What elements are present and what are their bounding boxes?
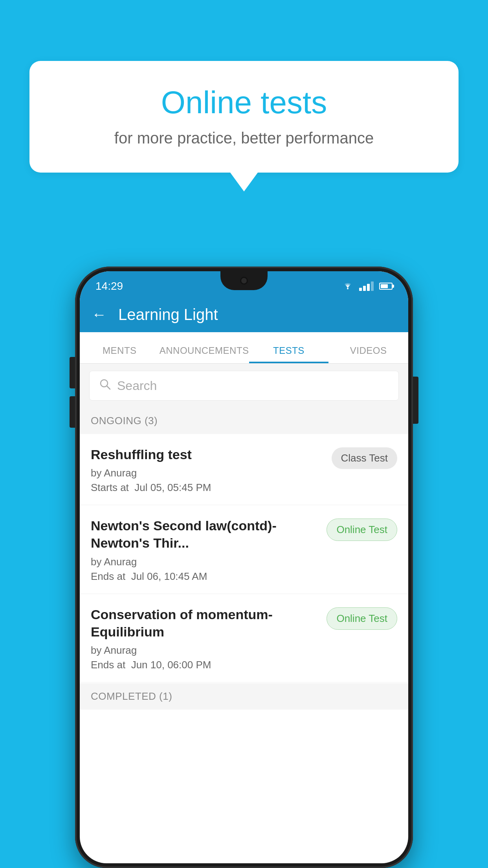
app-header: ← Learning Light: [80, 297, 408, 332]
test-author-3: by Anurag: [91, 644, 319, 657]
svg-line-2: [107, 386, 110, 389]
tab-announcements[interactable]: ANNOUNCEMENTS: [160, 345, 249, 363]
phone-frame: 14:29: [75, 267, 413, 868]
phone-screen: 14:29: [80, 271, 408, 863]
test-item-2[interactable]: Newton's Second law(contd)-Newton's Thir…: [80, 505, 408, 594]
completed-section-header: COMPLETED (1): [80, 683, 408, 710]
search-placeholder: Search: [117, 379, 157, 393]
test-author-1: by Anurag: [91, 467, 324, 479]
test-badge-3: Online Test: [327, 607, 397, 630]
wifi-icon: [342, 280, 354, 292]
tab-ments[interactable]: MENTS: [80, 345, 160, 363]
search-container: Search: [80, 364, 408, 408]
status-icons: [342, 280, 393, 292]
search-icon: [99, 378, 111, 393]
phone-outer: 14:29: [75, 267, 413, 868]
power-button: [413, 377, 418, 424]
battery-icon: [379, 283, 393, 290]
test-time-1: Starts at Jul 05, 05:45 PM: [91, 482, 324, 494]
camera-dot: [240, 277, 248, 285]
test-name-1: Reshuffling test: [91, 446, 324, 463]
test-author-2: by Anurag: [91, 556, 319, 568]
speech-bubble: Online tests for more practice, better p…: [29, 61, 459, 173]
search-bar[interactable]: Search: [89, 371, 399, 401]
test-name-3: Conservation of momentum-Equilibrium: [91, 606, 319, 640]
speech-bubble-container: Online tests for more practice, better p…: [29, 61, 459, 173]
test-time-3: Ends at Jun 10, 06:00 PM: [91, 659, 319, 671]
signal-icon: [359, 281, 374, 291]
test-list: Reshuffling test by Anurag Starts at Jul…: [80, 434, 408, 682]
status-time: 14:29: [95, 280, 123, 292]
test-info-1: Reshuffling test by Anurag Starts at Jul…: [91, 446, 332, 494]
app-title: Learning Light: [118, 306, 218, 324]
back-button[interactable]: ←: [92, 306, 106, 323]
test-info-2: Newton's Second law(contd)-Newton's Thir…: [91, 517, 327, 582]
ongoing-section-header: ONGOING (3): [80, 408, 408, 434]
tab-videos[interactable]: VIDEOS: [328, 345, 408, 363]
tabs-bar: MENTS ANNOUNCEMENTS TESTS VIDEOS: [80, 332, 408, 364]
test-name-2: Newton's Second law(contd)-Newton's Thir…: [91, 517, 319, 552]
test-item-3[interactable]: Conservation of momentum-Equilibrium by …: [80, 594, 408, 682]
bubble-title: Online tests: [57, 85, 431, 121]
bubble-subtitle: for more practice, better performance: [57, 129, 431, 147]
battery-fill: [381, 284, 388, 288]
test-badge-1: Class Test: [332, 447, 397, 469]
test-badge-2: Online Test: [327, 519, 397, 541]
test-time-2: Ends at Jul 06, 10:45 AM: [91, 570, 319, 583]
phone-notch: [220, 271, 268, 290]
volume-up-button: [70, 357, 75, 388]
svg-point-0: [347, 288, 349, 289]
tab-tests[interactable]: TESTS: [249, 345, 329, 363]
test-info-3: Conservation of momentum-Equilibrium by …: [91, 606, 327, 671]
test-item-1[interactable]: Reshuffling test by Anurag Starts at Jul…: [80, 434, 408, 505]
volume-down-button: [70, 396, 75, 428]
